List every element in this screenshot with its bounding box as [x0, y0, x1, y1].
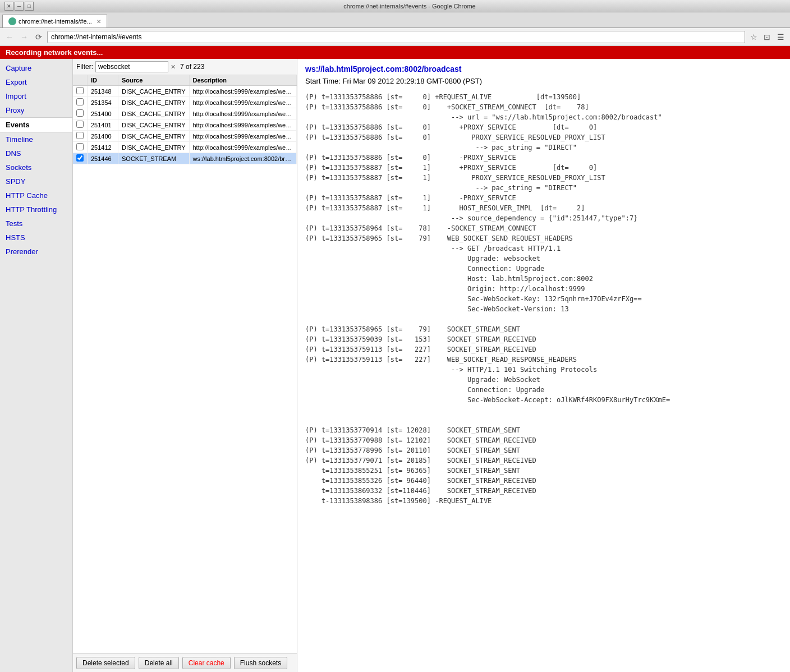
tab-label: chrome://net-internals/#e... — [19, 18, 92, 25]
window-close-btn[interactable]: ✕ — [4, 2, 13, 11]
row-checkbox[interactable] — [73, 142, 88, 153]
flush-sockets-button[interactable]: Flush sockets — [234, 657, 287, 669]
tab-close-icon[interactable]: ✕ — [97, 19, 101, 25]
toolbar-icons: ☆ ⊡ ☰ — [747, 31, 787, 43]
table-row[interactable]: 251348 DISK_CACHE_ENTRY http://localhost… — [73, 86, 297, 97]
row-source: DISK_CACHE_ENTRY — [118, 108, 190, 119]
row-desc: ws://lab.html5project.com:8002/broadcast — [189, 153, 297, 164]
recording-banner: Recording network events... — [0, 46, 790, 59]
col-header-id: ID — [88, 75, 118, 86]
window-title-bar: ✕ ─ □ chrome://net-internals/#events - G… — [0, 0, 790, 12]
sidebar-item-prerender[interactable]: Prerender — [0, 245, 72, 259]
row-checkbox[interactable] — [73, 119, 88, 131]
tab-bar: chrome://net-internals/#e... ✕ — [0, 12, 790, 28]
row-id: 251400 — [88, 108, 118, 119]
back-button[interactable]: ← — [3, 31, 16, 43]
window-title: chrome://net-internals/#events - Google … — [34, 3, 786, 10]
col-header-desc: Description — [189, 75, 297, 86]
row-id: 251400 — [88, 131, 118, 142]
sidebar: Capture Export Import Proxy Events Timel… — [0, 59, 73, 672]
active-tab[interactable]: chrome://net-internals/#e... ✕ — [2, 15, 107, 27]
row-checkbox[interactable] — [73, 86, 88, 97]
filter-input[interactable] — [95, 61, 168, 72]
delete-all-button[interactable]: Delete all — [139, 657, 179, 669]
row-source: SOCKET_STREAM — [118, 153, 190, 164]
sidebar-item-import[interactable]: Import — [0, 89, 72, 103]
table-row[interactable]: 251401 DISK_CACHE_ENTRY http://localhost… — [73, 119, 297, 131]
sidebar-item-dns[interactable]: DNS — [0, 146, 72, 160]
row-checkbox[interactable] — [73, 97, 88, 108]
detail-content: (P) t=1331353758886 [st= 0] +REQUEST_ALI… — [305, 92, 782, 506]
filter-clear-icon[interactable]: ✕ — [171, 63, 176, 71]
sidebar-item-http-cache[interactable]: HTTP Cache — [0, 188, 72, 202]
main-layout: Capture Export Import Proxy Events Timel… — [0, 59, 790, 672]
reload-button[interactable]: ⟳ — [33, 31, 45, 43]
sidebar-item-sockets[interactable]: Sockets — [0, 160, 72, 174]
row-id: 251401 — [88, 119, 118, 131]
bottom-buttons: Delete selected Delete all Clear cache F… — [73, 653, 297, 672]
detail-start-time: Start Time: Fri Mar 09 2012 20:29:18 GMT… — [305, 77, 782, 85]
url-bar: ← → ⟳ ☆ ⊡ ☰ — [0, 28, 790, 46]
table-row[interactable]: 251400 DISK_CACHE_ENTRY http://localhost… — [73, 131, 297, 142]
row-desc: http://localhost:9999/examples/websocket… — [189, 108, 297, 119]
tab-favicon — [8, 17, 16, 25]
center-panel: Filter: ✕ 7 of 223 ID Source Description — [73, 59, 297, 672]
forward-button[interactable]: → — [18, 31, 30, 43]
sidebar-item-spdy[interactable]: SPDY — [0, 174, 72, 188]
row-id: 251412 — [88, 142, 118, 153]
filter-count: 7 of 223 — [180, 63, 204, 71]
sidebar-item-proxy[interactable]: Proxy — [0, 103, 72, 117]
events-table-container[interactable]: ID Source Description 251348 DISK_CACHE_… — [73, 75, 297, 653]
sidebar-item-timeline[interactable]: Timeline — [0, 132, 72, 146]
row-desc: http://localhost:9999/examples/websocket… — [189, 97, 297, 108]
settings-icon[interactable]: ☰ — [774, 31, 787, 43]
sidebar-item-capture[interactable]: Capture — [0, 61, 72, 75]
row-id: 251348 — [88, 86, 118, 97]
row-source: DISK_CACHE_ENTRY — [118, 97, 190, 108]
row-source: DISK_CACHE_ENTRY — [118, 86, 190, 97]
clear-cache-button[interactable]: Clear cache — [182, 657, 231, 669]
row-id: 251446 — [88, 153, 118, 164]
table-row[interactable]: 251400 DISK_CACHE_ENTRY http://localhost… — [73, 108, 297, 119]
sidebar-item-http-throttling[interactable]: HTTP Throttling — [0, 202, 72, 217]
star-icon[interactable]: ☆ — [747, 31, 760, 43]
page-icon[interactable]: ⊡ — [761, 31, 773, 43]
row-desc: http://localhost:9999/examples/websocket… — [189, 119, 297, 131]
row-id: 251354 — [88, 97, 118, 108]
table-row[interactable]: 251412 DISK_CACHE_ENTRY http://localhost… — [73, 142, 297, 153]
detail-panel[interactable]: ws://lab.html5project.com:8002/broadcast… — [297, 59, 790, 672]
window-minimize-btn[interactable]: ─ — [15, 2, 24, 11]
col-header-source: Source — [118, 75, 190, 86]
row-desc: http://localhost:9999/examples/websocket… — [189, 86, 297, 97]
row-source: DISK_CACHE_ENTRY — [118, 131, 190, 142]
table-row[interactable]: 251446 SOCKET_STREAM ws://lab.html5proje… — [73, 153, 297, 164]
filter-bar: Filter: ✕ 7 of 223 — [73, 59, 297, 75]
window-controls[interactable]: ✕ ─ □ — [4, 2, 34, 11]
delete-selected-button[interactable]: Delete selected — [76, 657, 135, 669]
row-checkbox[interactable] — [73, 153, 88, 164]
sidebar-item-events[interactable]: Events — [0, 117, 72, 132]
col-header-checkbox — [73, 75, 88, 86]
row-source: DISK_CACHE_ENTRY — [118, 142, 190, 153]
sidebar-item-hsts[interactable]: HSTS — [0, 231, 72, 245]
url-input[interactable] — [47, 31, 745, 43]
row-desc: http://localhost:9999/examples/websocket… — [189, 131, 297, 142]
window-maximize-btn[interactable]: □ — [25, 2, 34, 11]
sidebar-item-export[interactable]: Export — [0, 75, 72, 89]
sidebar-item-tests[interactable]: Tests — [0, 217, 72, 231]
filter-label: Filter: — [76, 63, 93, 71]
detail-title: ws://lab.html5project.com:8002/broadcast — [305, 65, 782, 73]
row-source: DISK_CACHE_ENTRY — [118, 119, 190, 131]
row-checkbox[interactable] — [73, 108, 88, 119]
table-row[interactable]: 251354 DISK_CACHE_ENTRY http://localhost… — [73, 97, 297, 108]
row-checkbox[interactable] — [73, 131, 88, 142]
events-table: ID Source Description 251348 DISK_CACHE_… — [73, 75, 297, 164]
row-desc: http://localhost:9999/examples/websocket… — [189, 142, 297, 153]
table-header-row: ID Source Description — [73, 75, 297, 86]
